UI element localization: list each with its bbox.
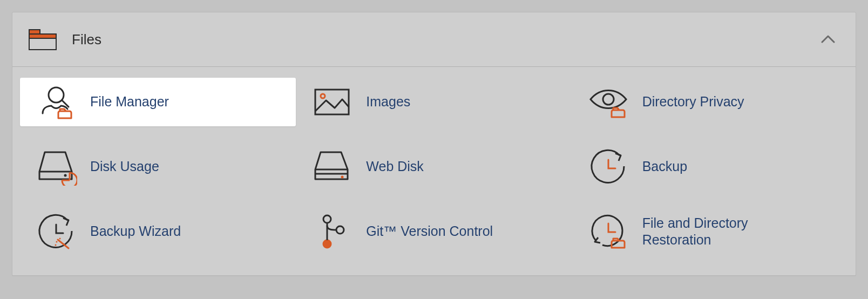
svg-point-16 (56, 241, 58, 243)
item-backup-wizard[interactable]: Backup Wizard (20, 207, 296, 256)
item-images[interactable]: Images (296, 78, 572, 126)
svg-point-9 (64, 174, 67, 177)
item-label: Backup Wizard (90, 223, 181, 240)
item-web-disk[interactable]: Web Disk (296, 142, 572, 191)
svg-rect-2 (29, 34, 56, 38)
folder-icon (29, 29, 57, 50)
item-label: File Manager (90, 93, 169, 110)
svg-point-18 (55, 244, 57, 246)
restoration-icon (587, 213, 629, 250)
item-label: Backup (642, 158, 687, 175)
svg-point-21 (323, 240, 331, 248)
files-panel: Files File Manager (12, 12, 856, 276)
svg-point-6 (321, 94, 325, 98)
item-git-version-control[interactable]: Git™ Version Control (296, 207, 572, 256)
backup-wizard-icon (35, 213, 77, 250)
item-label: Git™ Version Control (366, 223, 493, 240)
directory-privacy-icon (587, 83, 629, 121)
svg-point-19 (323, 215, 331, 223)
git-icon (311, 213, 353, 250)
backup-icon (587, 148, 629, 186)
item-backup[interactable]: Backup (572, 142, 848, 191)
file-manager-icon (35, 83, 77, 121)
item-label: Disk Usage (90, 158, 159, 175)
images-icon (311, 83, 353, 121)
svg-point-17 (59, 238, 61, 240)
item-disk-usage[interactable]: Disk Usage (20, 142, 296, 191)
item-label: File and Directory Restoration (642, 215, 804, 249)
svg-point-20 (336, 226, 344, 234)
files-item-grid: File Manager Images Direct (12, 67, 856, 275)
files-panel-title: Files (72, 31, 820, 48)
item-label: Directory Privacy (642, 93, 744, 110)
disk-usage-icon (35, 148, 77, 186)
svg-point-7 (603, 94, 614, 105)
web-disk-icon (311, 148, 353, 186)
chevron-up-icon (820, 31, 836, 47)
item-label: Web Disk (366, 158, 424, 175)
item-directory-privacy[interactable]: Directory Privacy (572, 78, 848, 126)
item-file-manager[interactable]: File Manager (20, 78, 296, 126)
svg-rect-1 (29, 30, 40, 34)
item-label: Images (366, 93, 410, 110)
item-file-directory-restoration[interactable]: File and Directory Restoration (572, 207, 848, 256)
files-panel-header[interactable]: Files (12, 12, 856, 66)
svg-point-14 (341, 176, 344, 179)
